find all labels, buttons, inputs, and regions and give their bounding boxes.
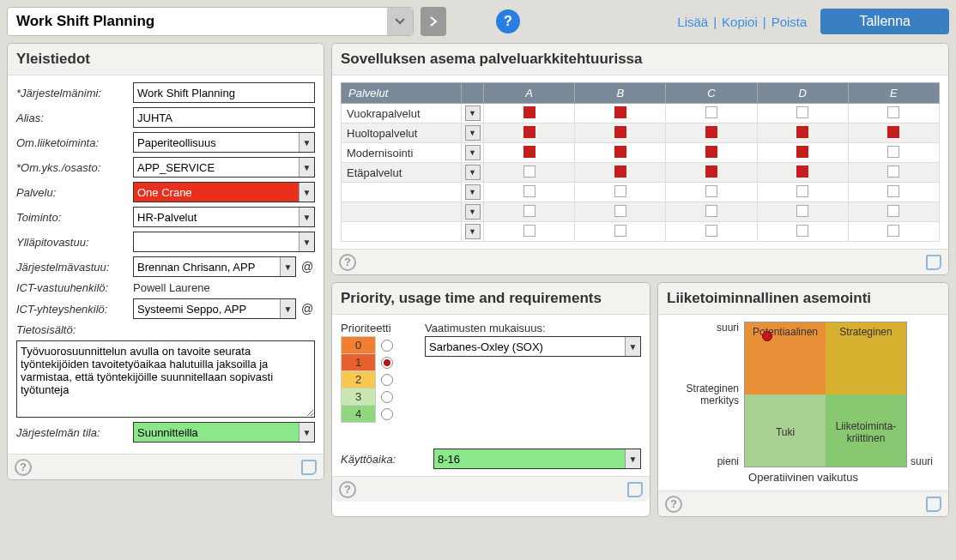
- cell-marker-filled[interactable]: [705, 126, 717, 138]
- input-system-name[interactable]: [133, 82, 315, 103]
- axis-y-high: suuri: [717, 322, 739, 334]
- mail-icon[interactable]: @: [300, 260, 315, 274]
- cell-marker-filled[interactable]: [523, 146, 535, 158]
- row-dropdown[interactable]: ▼: [465, 165, 481, 180]
- panel-positioning-title: Liiketoiminnallinen asemointi: [658, 283, 948, 315]
- quad-strategic: Strateginen: [826, 322, 906, 394]
- link-copy[interactable]: Kopioi: [722, 15, 758, 29]
- cell-marker-filled[interactable]: [614, 106, 626, 118]
- cell-marker-empty[interactable]: [887, 166, 899, 178]
- table-row: ▼: [342, 183, 940, 202]
- cell-marker-empty[interactable]: [796, 225, 808, 237]
- select-maintenance[interactable]: [133, 232, 315, 252]
- priority-radio[interactable]: [381, 408, 393, 420]
- select-status[interactable]: [133, 422, 315, 443]
- note-icon[interactable]: [301, 460, 317, 475]
- mail-icon[interactable]: @: [300, 302, 315, 316]
- cell-marker-filled[interactable]: [614, 166, 626, 178]
- priority-level: 0: [342, 337, 376, 354]
- page-title-input[interactable]: [7, 7, 414, 36]
- priority-radio[interactable]: [381, 374, 393, 386]
- axis-x-high: suuri: [907, 322, 933, 467]
- row-dropdown[interactable]: ▼: [465, 145, 481, 160]
- title-dropdown[interactable]: [387, 8, 413, 35]
- cell-marker-filled[interactable]: [523, 126, 535, 138]
- cell-marker-empty[interactable]: [614, 185, 626, 197]
- cell-marker-empty[interactable]: [523, 225, 535, 237]
- select-usage[interactable]: [433, 449, 641, 469]
- cell-marker-empty[interactable]: [796, 185, 808, 197]
- cell-marker-empty[interactable]: [705, 205, 717, 217]
- link-delete[interactable]: Poista: [771, 15, 808, 29]
- label-content: Tietosisältö:: [16, 323, 130, 336]
- cell-marker-empty[interactable]: [887, 146, 899, 158]
- select-sys-owner[interactable]: [133, 256, 296, 277]
- cell-marker-filled[interactable]: [614, 126, 626, 138]
- cell-marker-empty[interactable]: [614, 225, 626, 237]
- note-icon[interactable]: [926, 497, 941, 512]
- cell-marker-filled[interactable]: [796, 166, 808, 178]
- cell-marker-filled[interactable]: [614, 146, 626, 158]
- cell-marker-empty[interactable]: [523, 205, 535, 217]
- select-service[interactable]: [133, 182, 315, 202]
- cell-marker-empty[interactable]: [614, 205, 626, 217]
- priority-level: 4: [342, 406, 376, 423]
- cell-marker-filled[interactable]: [887, 126, 899, 138]
- cell-marker-empty[interactable]: [705, 225, 717, 237]
- panel-general: Yleistiedot *Järjestelmänimi: Alias: Om.…: [7, 43, 324, 480]
- note-icon[interactable]: [926, 255, 941, 270]
- table-row: ▼: [342, 222, 940, 242]
- priority-radio[interactable]: [381, 357, 393, 369]
- input-alias[interactable]: [133, 107, 315, 128]
- select-ict-contact[interactable]: [133, 298, 296, 319]
- label-business: Om.liiketoiminta:: [16, 136, 130, 149]
- row-dropdown[interactable]: ▼: [465, 204, 481, 220]
- panel-general-title: Yleistiedot: [8, 44, 324, 75]
- select-compliance[interactable]: [425, 336, 641, 357]
- row-name: Vuokrapalvelut: [342, 104, 462, 123]
- select-function[interactable]: [133, 207, 315, 227]
- row-dropdown[interactable]: ▼: [465, 105, 481, 121]
- cell-marker-empty[interactable]: [887, 205, 899, 217]
- row-dropdown[interactable]: ▼: [465, 224, 481, 239]
- help-button[interactable]: ?: [496, 9, 520, 33]
- col-header: C: [666, 83, 757, 104]
- cell-marker-filled[interactable]: [705, 166, 717, 178]
- label-status: Järjestelmän tila:: [16, 426, 130, 439]
- priority-radio[interactable]: [381, 391, 393, 403]
- cell-marker-filled[interactable]: [796, 126, 808, 138]
- cell-marker-empty[interactable]: [705, 185, 717, 197]
- cell-marker-filled[interactable]: [705, 146, 717, 158]
- cell-marker-empty[interactable]: [523, 185, 535, 197]
- row-name: [342, 202, 462, 222]
- save-button[interactable]: Tallenna: [820, 9, 949, 34]
- cell-marker-empty[interactable]: [796, 106, 808, 118]
- help-icon[interactable]: ?: [339, 254, 356, 271]
- label-ict-contact: ICT-yhteyshenkilö:: [16, 303, 130, 316]
- quad-critical: Liiketoiminta-kriittinen: [826, 394, 906, 467]
- link-add[interactable]: Lisää: [677, 15, 708, 29]
- select-unit[interactable]: [133, 157, 315, 178]
- cell-marker-empty[interactable]: [705, 106, 717, 118]
- select-business[interactable]: [133, 132, 315, 153]
- cell-marker-filled[interactable]: [523, 106, 535, 118]
- nav-next-button[interactable]: [421, 7, 446, 36]
- cell-marker-empty[interactable]: [887, 225, 899, 237]
- note-icon[interactable]: [627, 482, 643, 497]
- help-icon[interactable]: ?: [665, 496, 682, 513]
- row-dropdown[interactable]: ▼: [465, 125, 481, 141]
- help-icon[interactable]: ?: [339, 481, 356, 498]
- priority-radio[interactable]: [381, 340, 393, 352]
- cell-marker-empty[interactable]: [887, 185, 899, 197]
- position-marker[interactable]: [762, 331, 772, 341]
- textarea-content[interactable]: Työvuorosuunnittelun avulla on tavoite s…: [16, 340, 315, 418]
- cell-marker-empty[interactable]: [887, 106, 899, 118]
- row-dropdown[interactable]: ▼: [465, 184, 481, 200]
- positioning-quadrant[interactable]: Potentiaalinen Strateginen Tuki Liiketoi…: [744, 322, 907, 467]
- help-icon[interactable]: ?: [15, 459, 32, 476]
- label-ict-owner: ICT-vastuuhenkilö:: [16, 281, 130, 294]
- cell-marker-empty[interactable]: [796, 205, 808, 217]
- label-maintenance: Ylläpitovastuu:: [16, 236, 130, 249]
- cell-marker-empty[interactable]: [523, 166, 535, 178]
- cell-marker-filled[interactable]: [796, 146, 808, 158]
